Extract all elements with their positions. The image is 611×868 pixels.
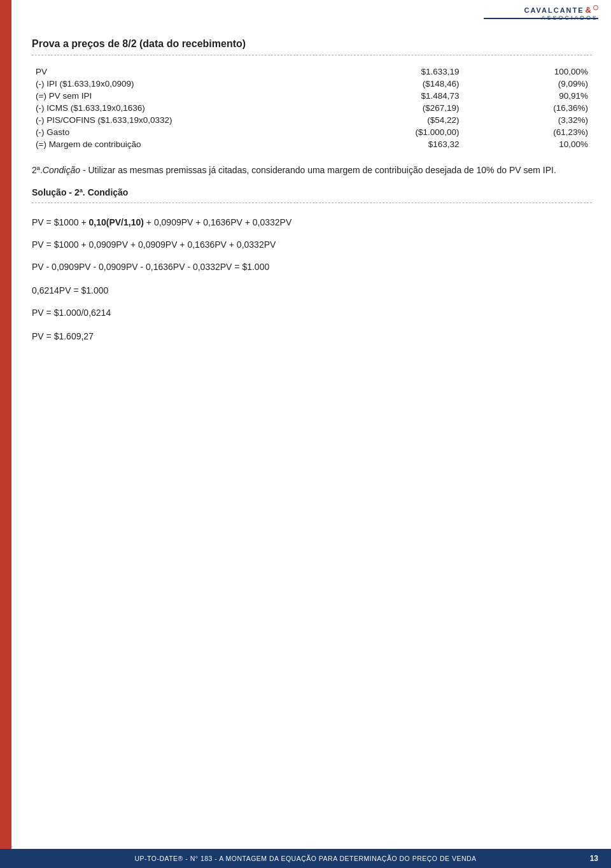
row-pct: (3,32%) [463,114,592,126]
row-pct: (9,09%) [463,78,592,90]
row-label: (-) PIS/COFINS ($1.633,19x0,0332) [32,114,340,126]
section2-subtitle: Solução - 2ª. Condição [32,187,592,197]
row-value: $163,32 [340,138,463,150]
formula-result-block: PV = $1.609,27 [32,330,592,343]
divider2 [32,203,592,203]
row-label: (-) IPI ($1.633,19x0,0909) [32,78,340,90]
formula-bold-part: 0,10(PV/1,10) [89,217,144,227]
brand-cavalcante: Cavalcante [524,6,584,14]
table-row: PV $1.633,19 100,00% [32,66,592,78]
row-label: (=) PV sem IPI [32,90,340,102]
table-row: (=) Margem de contribuição $163,32 10,00… [32,138,592,150]
table-row: (-) PIS/COFINS ($1.633,19x0,0332) ($54,2… [32,114,592,126]
data-table: PV $1.633,19 100,00% (-) IPI ($1.633,19x… [32,66,592,150]
brand-ampersand: & [586,5,591,15]
section2-paragraph: 2ª.Condição - Utilizar as mesmas premiss… [32,163,592,177]
divider1 [32,55,592,55]
formula-6: PV = $1.609,27 [32,330,592,343]
left-bar [0,0,11,868]
formulas-block: PV = $1000 + 0,10(PV/1,10) + 0,0909PV + … [32,216,592,343]
table-row: (-) IPI ($1.633,19x0,0909) ($148,46) (9,… [32,78,592,90]
row-value: ($1.000,00) [340,126,463,138]
table-row: (=) PV sem IPI $1.484,73 90,91% [32,90,592,102]
footer-text: UP-TO-DATE® - N° 183 - A MONTAGEM DA EQU… [32,855,579,862]
row-value: ($267,19) [340,102,463,114]
table-row: (-) ICMS ($1.633,19x0,1636) ($267,19) (1… [32,102,592,114]
footer-page: 13 [579,854,598,863]
formula-group-2: 0,6214PV = $1.000 PV = $1.000/0,6214 [32,284,592,320]
row-pct: 100,00% [463,66,592,78]
row-label: (=) Margem de contribuição [32,138,340,150]
formula-4: 0,6214PV = $1.000 [32,284,592,297]
section1-title: Prova a preços de 8/2 (data do recebimen… [32,38,592,50]
row-pct: 90,91% [463,90,592,102]
row-value: $1.484,73 [340,90,463,102]
formula-2: PV = $1000 + 0,0909PV + 0,0909PV + 0,163… [32,238,592,252]
row-pct: (16,36%) [463,102,592,114]
formula-1: PV = $1000 + 0,10(PV/1,10) + 0,0909PV + … [32,216,592,229]
main-content: Prova a preços de 8/2 (data do recebimen… [32,38,592,352]
row-label: (-) Gasto [32,126,340,138]
formula-5: PV = $1.000/0,6214 [32,306,592,320]
header-line [484,18,598,19]
formula-3: PV - 0,0909PV - 0,0909PV - 0,1636PV - 0,… [32,260,592,274]
row-pct: (61,23%) [463,126,592,138]
row-value: ($148,46) [340,78,463,90]
row-value: ($54,22) [340,114,463,126]
page-container: Cavalcante & Associados Prova a preços d… [0,0,611,868]
row-pct: 10,00% [463,138,592,150]
row-label: (-) ICMS ($1.633,19x0,1636) [32,102,340,114]
table-row: (-) Gasto ($1.000,00) (61,23%) [32,126,592,138]
row-value: $1.633,19 [340,66,463,78]
footer: UP-TO-DATE® - N° 183 - A MONTAGEM DA EQU… [0,849,611,868]
row-label: PV [32,66,340,78]
brand-circle [593,5,598,10]
